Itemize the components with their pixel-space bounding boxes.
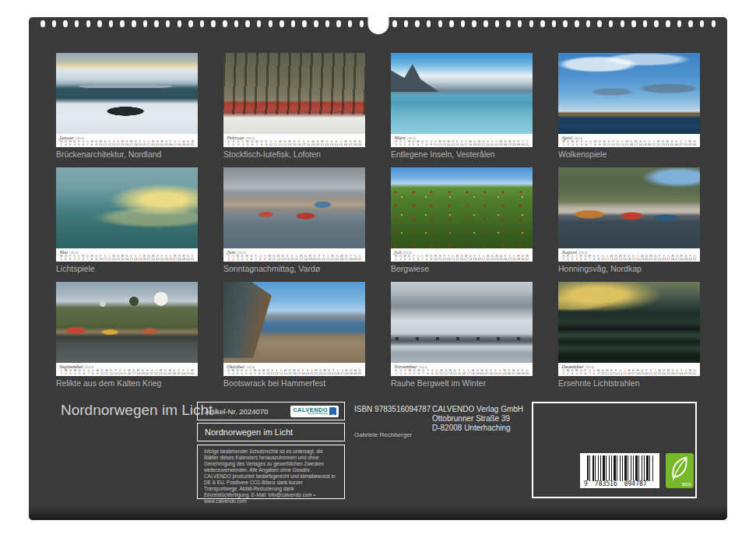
binding-hole <box>575 20 579 27</box>
binding-hole <box>325 20 330 27</box>
barcode-digit-group: 9 <box>583 480 589 487</box>
binding-hole <box>211 20 216 27</box>
calvendo-logo-text: CALVENDO das Kalenderhaus <box>293 407 328 416</box>
binding-hole <box>200 20 205 27</box>
mini-calendar-strip: November 2024 FSSMDMDFSSMDMDFSSMDMDFSSMD… <box>391 363 533 376</box>
binding-hole <box>132 20 136 27</box>
day-number-row: 1234567891011121314151617181920212223242… <box>59 372 195 375</box>
publisher-name: CALVENDO Verlag GmbH <box>432 405 523 414</box>
month-caption: Entlegene Inseln, Vesterålen <box>391 149 533 159</box>
hanging-hole <box>367 16 389 34</box>
binding-hole <box>269 20 273 27</box>
binding-hole <box>712 20 716 27</box>
month-photo <box>223 282 365 363</box>
month-photo <box>56 53 198 134</box>
calvendo-book-icon <box>329 407 336 416</box>
binding-hole <box>483 20 488 27</box>
months-grid: Januar 2024 MDMDFSSMDMDFSSMDMDFSSMDMDFSS… <box>56 53 700 388</box>
binding-hole <box>506 20 511 27</box>
publisher-street: Ottobrunner Straße 39 <box>432 414 523 424</box>
month-photo <box>56 167 198 248</box>
binding-hole <box>257 20 262 27</box>
legal-text-box: Infolge bestehender Schutzrechte ist es … <box>197 445 345 499</box>
day-number-row: 1234567891011121314151617181920212223242… <box>227 372 362 375</box>
binding-hole <box>392 20 397 27</box>
calendar-month-thumbnail: Mai 2024 MDFSSMDMDFSSMDMDFSSMDMDFSSMDMDF… <box>56 167 198 273</box>
calendar-month-thumbnail: Januar 2024 MDMDFSSMDMDFSSMDMDFSSMDMDFSS… <box>56 53 198 159</box>
day-number-row: 1234567891011121314151617181920212223242… <box>561 143 697 146</box>
calvendo-tagline: das Kalenderhaus <box>293 413 328 416</box>
month-caption: Brückenarchitektur, Nordland <box>56 149 198 159</box>
binding-hole <box>302 20 307 27</box>
publisher-city: D-82008 Unterhaching <box>432 424 523 433</box>
eco-text: eco <box>682 480 691 487</box>
binding-hole <box>700 20 705 27</box>
ean-barcode: 9 783516 094787 <box>580 453 659 488</box>
mini-calendar-strip: April 2024 MDMDFSSMDMDFSSMDMDFSSMDMDFSSM… <box>558 134 700 147</box>
month-caption: Bergwiese <box>391 264 533 273</box>
binding-hole <box>427 20 431 27</box>
binding-hole <box>563 20 568 27</box>
mini-calendar-strip: August 2024 DFSSMDMDFSSMDMDFSSMDMDFSSMDM… <box>558 248 700 262</box>
barcode-digit-group: 094787 <box>624 480 648 487</box>
spiral-binding-holes-right <box>392 20 716 27</box>
day-number-row: 1234567891011121314151617181920212223242… <box>394 258 529 261</box>
mini-calendar-strip: Oktober 2024 DMDFSSMDMDFSSMDMDFSSMDMDFSS… <box>223 363 365 376</box>
day-number-row: 1234567891011121314151617181920212223242… <box>561 372 697 375</box>
title-box: Nordnorwegen im Licht <box>197 423 345 441</box>
title-box-text: Nordnorwegen im Licht <box>205 427 293 437</box>
binding-hole <box>540 20 545 27</box>
calendar-month-thumbnail: Oktober 2024 DMDFSSMDMDFSSMDMDFSSMDMDFSS… <box>223 282 365 388</box>
eco-label: eco <box>666 453 694 488</box>
binding-hole <box>415 20 420 27</box>
spiral-binding-holes-left <box>40 20 364 27</box>
binding-hole <box>518 20 522 27</box>
day-number-row: 1234567891011121314151617181920212223242… <box>227 258 362 261</box>
binding-hole <box>40 20 45 27</box>
calendar-month-thumbnail: Juli 2024 MDMDFSSMDMDFSSMDMDFSSMDMDFSSMD… <box>391 167 533 273</box>
barcode-box: 9 783516 094787 eco <box>532 402 697 498</box>
isbn: ISBN 9783516094787 <box>354 405 431 413</box>
mini-calendar-strip: Juni 2024 SSMDMDFSSMDMDFSSMDMDFSSMDMDFSS… <box>223 248 365 262</box>
day-number-row: 1234567891011121314151617181920212223242… <box>59 258 195 261</box>
day-number-row: 1234567891011121314151617181920212223242… <box>394 143 529 146</box>
mini-calendar-strip: September 2024 SMDMDFSSMDMDFSSMDMDFSSMDM… <box>56 363 198 376</box>
binding-hole <box>234 20 239 27</box>
calendar-month-thumbnail: September 2024 SMDMDFSSMDMDFSSMDMDFSSMDM… <box>56 282 198 388</box>
binding-hole <box>178 20 182 27</box>
binding-hole <box>472 20 476 27</box>
binding-hole <box>654 20 659 27</box>
binding-hole <box>154 20 159 27</box>
binding-hole <box>75 20 79 27</box>
binding-hole <box>449 20 454 27</box>
binding-hole <box>291 20 296 27</box>
calendar-month-thumbnail: August 2024 DFSSMDMDFSSMDMDFSSMDMDFSSMDM… <box>558 167 700 273</box>
mini-calendar-strip: März 2024 FSSMDMDFSSMDMDFSSMDMDFSSMDMDFS… <box>391 134 533 147</box>
publisher-address: CALVENDO Verlag GmbH Ottobrunner Straße … <box>432 405 523 433</box>
month-photo <box>391 167 533 248</box>
month-photo <box>56 282 198 363</box>
barcode-digit-group: 783516 <box>594 480 618 487</box>
calendar-month-thumbnail: März 2024 FSSMDMDFSSMDMDFSSMDMDFSSMDMDFS… <box>391 53 533 159</box>
barcode-digits: 9 783516 094787 <box>583 480 656 487</box>
binding-hole <box>677 20 682 27</box>
binding-hole <box>97 20 102 27</box>
leaf-icon <box>668 455 691 483</box>
binding-hole <box>552 20 557 27</box>
month-caption: Sonntagnachmittag, Vardø <box>223 264 365 273</box>
calendar-back-cover: Januar 2024 MDMDFSSMDMDFSSMDMDFSSMDMDFSS… <box>0 0 756 545</box>
calvendo-logo: CALVENDO das Kalenderhaus <box>290 406 339 417</box>
month-photo <box>391 53 533 134</box>
barcode-bars <box>587 455 654 481</box>
binding-hole <box>360 20 364 27</box>
calendar-month-thumbnail: Juni 2024 SSMDMDFSSMDMDFSSMDMDFSSMDMDFSS… <box>223 167 365 273</box>
binding-hole <box>314 20 318 27</box>
binding-hole <box>621 20 625 27</box>
mini-calendar-strip: Februar 2024 DFSSMDMDFSSMDMDFSSMDMDFSSMD… <box>223 134 365 147</box>
month-caption: Bootswrack bei Hammerfest <box>223 378 365 388</box>
binding-hole <box>438 20 443 27</box>
calendar-month-thumbnail: Februar 2024 DFSSMDMDFSSMDMDFSSMDMDFSSMD… <box>223 53 365 159</box>
month-caption: Ersehnte Lichtstrahlen <box>558 378 700 388</box>
binding-hole <box>166 20 171 27</box>
binding-hole <box>404 20 409 27</box>
